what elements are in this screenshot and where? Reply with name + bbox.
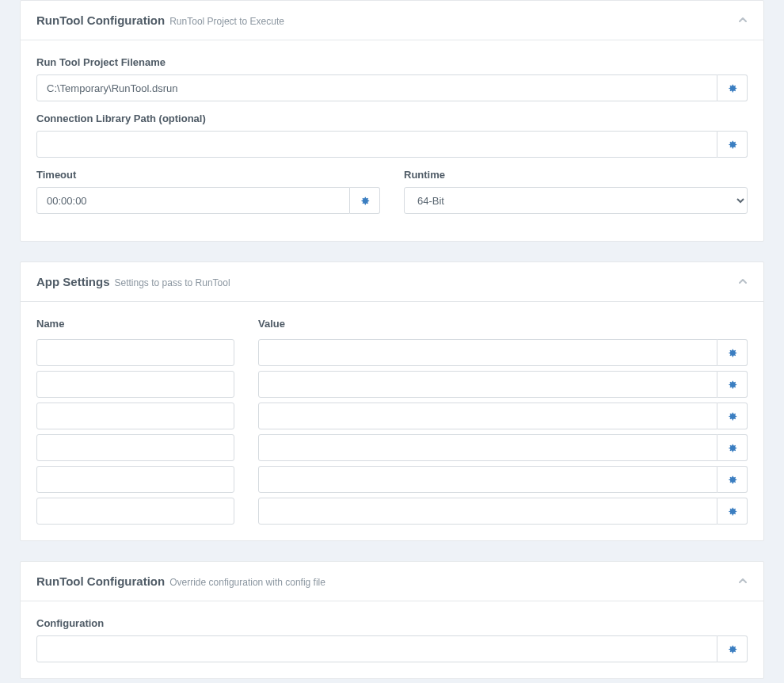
field-timeout: Timeout: [36, 169, 380, 214]
collapse-toggle[interactable]: [738, 576, 748, 588]
panel-title: RunTool Configuration: [36, 574, 165, 588]
setting-value-gear-button[interactable]: [717, 466, 748, 493]
panel-runtool-override: RunTool Configuration Override configura…: [20, 561, 764, 679]
timeout-settings-button[interactable]: [350, 187, 380, 214]
panel-header: App Settings Settings to pass to RunTool: [21, 262, 763, 302]
panel-header: RunTool Configuration RunTool Project to…: [21, 1, 763, 40]
chevron-up-icon: [738, 15, 748, 25]
panel-subtitle: RunTool Project to Execute: [169, 16, 284, 27]
libpath-label: Connection Library Path (optional): [36, 113, 748, 124]
timeout-input[interactable]: [36, 187, 350, 214]
name-column-header: Name: [36, 318, 234, 330]
setting-name-input[interactable]: [36, 498, 234, 525]
runtime-select[interactable]: 64-Bit: [404, 187, 748, 214]
panel-header-titlegroup: RunTool Configuration RunTool Project to…: [36, 13, 284, 27]
panel-runtool-config: RunTool Configuration RunTool Project to…: [20, 0, 764, 242]
setting-value-gear-button[interactable]: [717, 371, 748, 398]
field-libpath: Connection Library Path (optional): [36, 113, 748, 158]
setting-value-gear-button[interactable]: [717, 498, 748, 525]
runtime-label: Runtime: [404, 169, 748, 181]
setting-value-gear-button[interactable]: [717, 403, 748, 429]
setting-name-input[interactable]: [36, 371, 234, 398]
panel-body: Run Tool Project Filename Connection Lib…: [21, 40, 763, 241]
gear-icon: [727, 83, 737, 93]
configuration-settings-button[interactable]: [717, 635, 748, 662]
setting-value-input[interactable]: [258, 434, 717, 461]
field-runtime: Runtime 64-Bit: [404, 169, 748, 225]
panel-body: Name Value: [21, 302, 763, 540]
panel-body: Configuration: [21, 601, 763, 678]
gear-icon: [727, 443, 737, 453]
field-configuration: Configuration: [36, 617, 748, 662]
chevron-up-icon: [738, 277, 748, 286]
collapse-toggle[interactable]: [738, 277, 748, 288]
panel-title: RunTool Configuration: [36, 13, 165, 27]
configuration-input-group: [36, 635, 748, 662]
setting-value-gear-button[interactable]: [717, 434, 748, 461]
gear-icon: [727, 380, 737, 390]
panel-app-settings: App Settings Settings to pass to RunTool…: [20, 261, 764, 541]
gear-icon: [360, 196, 370, 206]
app-settings-table: Name Value: [36, 318, 748, 525]
panel-subtitle: Override configuration with config file: [169, 577, 325, 588]
setting-value-input[interactable]: [258, 371, 717, 398]
gear-icon: [727, 644, 737, 654]
filename-label: Run Tool Project Filename: [36, 56, 748, 68]
setting-name-input[interactable]: [36, 466, 234, 493]
filename-input[interactable]: [36, 74, 717, 101]
panel-header-titlegroup: App Settings Settings to pass to RunTool: [36, 275, 230, 288]
setting-value-input[interactable]: [258, 498, 717, 525]
name-column: Name: [36, 318, 234, 525]
chevron-up-icon: [738, 576, 748, 586]
row-timeout-runtime: Timeout Runtime 64-Bit: [36, 169, 748, 225]
gear-icon: [727, 348, 737, 358]
gear-icon: [727, 475, 737, 485]
collapse-toggle[interactable]: [738, 15, 748, 27]
panel-header: RunTool Configuration Override configura…: [21, 562, 763, 601]
panel-subtitle: Settings to pass to RunTool: [115, 277, 230, 288]
setting-name-input[interactable]: [36, 339, 234, 366]
filename-settings-button[interactable]: [717, 74, 748, 101]
panel-title: App Settings: [36, 275, 110, 288]
libpath-settings-button[interactable]: [717, 131, 748, 158]
setting-value-input[interactable]: [258, 403, 717, 429]
configuration-label: Configuration: [36, 617, 748, 629]
gear-icon: [727, 506, 737, 517]
setting-name-input[interactable]: [36, 403, 234, 429]
value-column: Value: [258, 318, 748, 525]
setting-name-input[interactable]: [36, 434, 234, 461]
filename-input-group: [36, 74, 748, 101]
timeout-input-group: [36, 187, 380, 214]
gear-icon: [727, 139, 737, 150]
libpath-input[interactable]: [36, 131, 717, 158]
gear-icon: [727, 411, 737, 422]
configuration-input[interactable]: [36, 635, 717, 662]
field-filename: Run Tool Project Filename: [36, 56, 748, 101]
libpath-input-group: [36, 131, 748, 158]
panel-header-titlegroup: RunTool Configuration Override configura…: [36, 574, 325, 588]
setting-value-input[interactable]: [258, 339, 717, 366]
setting-value-input[interactable]: [258, 466, 717, 493]
value-column-header: Value: [258, 318, 748, 330]
setting-value-gear-button[interactable]: [717, 339, 748, 366]
timeout-label: Timeout: [36, 169, 380, 181]
